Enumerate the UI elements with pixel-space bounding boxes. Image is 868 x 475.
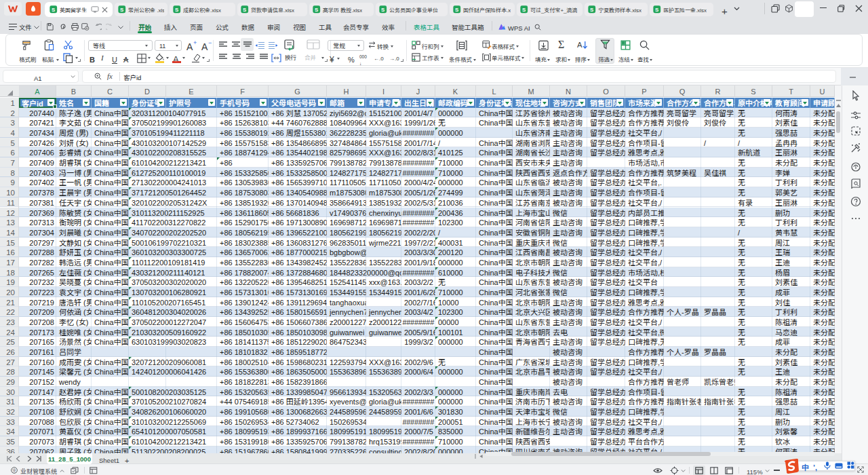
svg-text:S: S (52, 7, 55, 13)
svg-text:S: S (655, 7, 658, 13)
svg-text:业: 业 (12, 468, 16, 472)
svg-text:S: S (522, 7, 526, 13)
svg-text:S: S (120, 7, 123, 13)
svg-text:S: S (175, 7, 178, 13)
svg-text:S: S (455, 7, 458, 13)
svg-text:A: A (577, 41, 583, 49)
svg-text:S: S (243, 7, 246, 13)
svg-text:S: S (590, 7, 593, 13)
svg-text:S: S (381, 7, 384, 13)
svg-text:S: S (315, 7, 318, 13)
